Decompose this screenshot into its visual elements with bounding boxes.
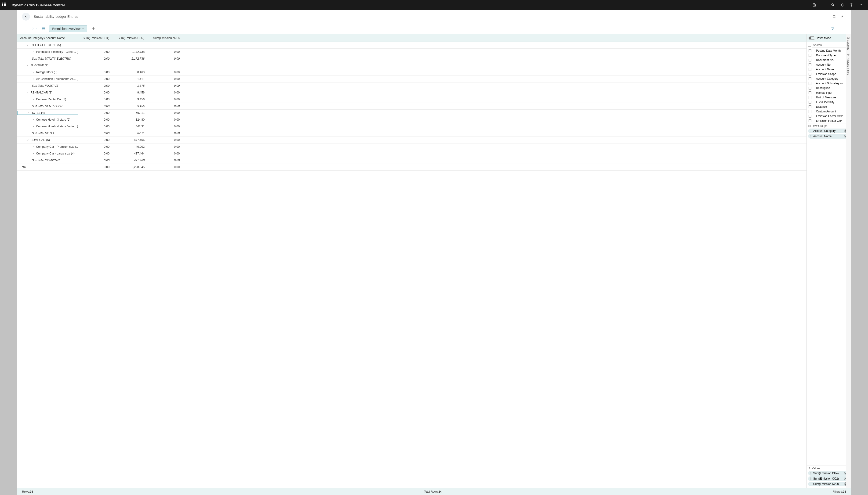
table-row[interactable]: Refrigerators (5)0.000.4630.00: [17, 69, 806, 76]
chevron-down-icon[interactable]: [26, 44, 29, 47]
col-header-n2o[interactable]: Sum(Emission N2O): [148, 34, 183, 41]
chevron-right-icon[interactable]: [32, 50, 35, 53]
col-header-name[interactable]: Account Category / Account Name: [17, 34, 78, 41]
table-row[interactable]: Sub Total FUGITIVE0.001.8750.00: [17, 83, 806, 89]
drag-handle-icon[interactable]: [810, 477, 812, 480]
field-row[interactable]: Posting Date Month: [807, 48, 851, 53]
col-header-co2[interactable]: Sum(Emission CO2): [113, 34, 148, 41]
field-checkbox[interactable]: [808, 54, 812, 57]
row-group-pill[interactable]: Account Name✕: [808, 134, 849, 139]
select-all-fields-checkbox[interactable]: [808, 44, 811, 47]
table-row[interactable]: Total0.003,228.6450.00: [17, 164, 806, 171]
drag-handle-icon[interactable]: [813, 68, 815, 71]
chevron-down-icon[interactable]: [26, 91, 29, 94]
field-checkbox[interactable]: [808, 87, 812, 89]
table-row[interactable]: Sub Total UTILITY-ELECTRIC0.002,172.7380…: [17, 55, 806, 62]
tab-emission-overview[interactable]: Emmision overview: [49, 25, 87, 32]
field-row[interactable]: Account Name: [807, 67, 851, 72]
drag-handle-icon[interactable]: [813, 96, 815, 99]
field-list[interactable]: Posting Date MonthDocument TypeDocument …: [807, 48, 851, 123]
field-row[interactable]: Fuel/Electricity: [807, 100, 851, 104]
vtab-analysis-filters[interactable]: Analysis Filters: [846, 52, 851, 77]
field-checkbox[interactable]: [808, 73, 812, 75]
field-checkbox[interactable]: [808, 91, 812, 94]
chevron-right-icon[interactable]: [32, 78, 35, 80]
table-row[interactable]: UTILITY-ELECTRIC (5): [17, 42, 806, 49]
col-header-ch4[interactable]: Sum(Emission CH4): [78, 34, 113, 41]
add-tab-button[interactable]: +: [92, 26, 95, 32]
value-pill[interactable]: Sum(Emission N2O)✕: [808, 482, 849, 487]
field-row[interactable]: Unit of Measure: [807, 95, 851, 100]
copilot-dropdown-icon[interactable]: [31, 25, 38, 32]
drag-handle-icon[interactable]: [813, 50, 815, 52]
table-row[interactable]: Contoso Hotel - 4 stars Junio... (2)0.00…: [17, 123, 806, 130]
field-checkbox[interactable]: [808, 115, 812, 118]
grid-body[interactable]: UTILITY-ELECTRIC (5)Purchased electricit…: [17, 42, 806, 488]
table-row[interactable]: Sub Total COMPCAR0.00477.4660.00: [17, 157, 806, 164]
back-button[interactable]: [22, 13, 30, 20]
chevron-right-icon[interactable]: [32, 146, 35, 148]
chevron-right-icon[interactable]: [32, 152, 35, 155]
field-row[interactable]: Distance: [807, 104, 851, 109]
drag-handle-icon[interactable]: [813, 115, 815, 117]
drag-handle-icon[interactable]: [813, 54, 815, 56]
field-row[interactable]: Document Type: [807, 53, 851, 58]
chevron-right-icon[interactable]: [32, 98, 35, 101]
chevron-down-icon[interactable]: [27, 112, 29, 114]
field-checkbox[interactable]: [808, 78, 812, 80]
field-checkbox[interactable]: [808, 68, 812, 71]
chevron-right-icon[interactable]: [32, 125, 35, 128]
table-row[interactable]: Company Car - Large size (4)0.00437.4640…: [17, 150, 806, 157]
value-pill[interactable]: Sum(Emission CO2)✕: [808, 476, 849, 481]
drag-handle-icon[interactable]: [813, 64, 815, 66]
field-checkbox[interactable]: [808, 82, 812, 85]
table-row[interactable]: Sub Total RENTALCAR0.009.4560.00: [17, 103, 806, 109]
row-group-pill[interactable]: Account Category✕: [808, 129, 849, 133]
field-row[interactable]: Account No.: [807, 63, 851, 67]
field-checkbox[interactable]: [808, 101, 812, 104]
field-row[interactable]: Emission Factor CH4: [807, 119, 851, 123]
value-pill[interactable]: Sum(Emission CH4)✕: [808, 471, 849, 476]
field-checkbox[interactable]: [808, 59, 812, 62]
drag-handle-icon[interactable]: [813, 87, 815, 89]
search-icon[interactable]: [828, 0, 838, 10]
drag-handle-icon[interactable]: [810, 483, 812, 485]
chevron-right-icon[interactable]: [32, 71, 35, 74]
field-row[interactable]: Description: [807, 86, 851, 90]
drag-handle-icon[interactable]: [813, 73, 815, 75]
chevron-down-icon[interactable]: [26, 139, 29, 141]
table-row[interactable]: FUGITIVE (7): [17, 62, 806, 69]
field-checkbox[interactable]: [808, 96, 812, 99]
drag-handle-icon[interactable]: [810, 472, 812, 475]
table-row[interactable]: RENTALCAR (3)0.009.4560.00: [17, 89, 806, 96]
drag-handle-icon[interactable]: [810, 130, 812, 132]
table-row[interactable]: Company Car - Premium size (1)0.0040.002…: [17, 143, 806, 150]
drag-handle-icon[interactable]: [813, 120, 815, 122]
collapse-icon[interactable]: [838, 13, 846, 20]
drag-handle-icon[interactable]: [813, 59, 815, 61]
drag-handle-icon[interactable]: [813, 82, 815, 85]
table-row[interactable]: Contoso Rental Car (3)0.009.4560.00: [17, 96, 806, 103]
app-launcher-icon[interactable]: [2, 3, 7, 7]
table-row[interactable]: Purchased electricity - Conto... (5)0.00…: [17, 49, 806, 55]
drag-handle-icon[interactable]: [810, 135, 812, 137]
drag-handle-icon[interactable]: [813, 101, 815, 103]
vtab-columns[interactable]: Columns: [846, 34, 851, 52]
field-row[interactable]: Emission Scope: [807, 72, 851, 76]
chevron-down-icon[interactable]: [26, 64, 29, 67]
table-row[interactable]: Air-Condition Equipments 24... (2)0.001.…: [17, 76, 806, 83]
field-checkbox[interactable]: [808, 110, 812, 113]
building-icon[interactable]: [809, 0, 819, 10]
table-row[interactable]: Contoso Hotel - 3 stars (2)0.00124.800.0…: [17, 116, 806, 123]
drag-handle-icon[interactable]: [813, 110, 815, 113]
field-checkbox[interactable]: [808, 63, 812, 66]
pivot-mode-toggle[interactable]: [808, 36, 815, 40]
filter-icon[interactable]: [829, 25, 837, 33]
bell-icon[interactable]: [838, 0, 847, 10]
field-search-input[interactable]: [812, 43, 849, 48]
chevron-right-icon[interactable]: [32, 118, 35, 121]
field-row[interactable]: Document No.: [807, 58, 851, 63]
field-checkbox[interactable]: [808, 119, 812, 122]
table-row[interactable]: Sub Total HOTEL0.00567.110.00: [17, 130, 806, 137]
layout-icon[interactable]: [40, 25, 47, 32]
